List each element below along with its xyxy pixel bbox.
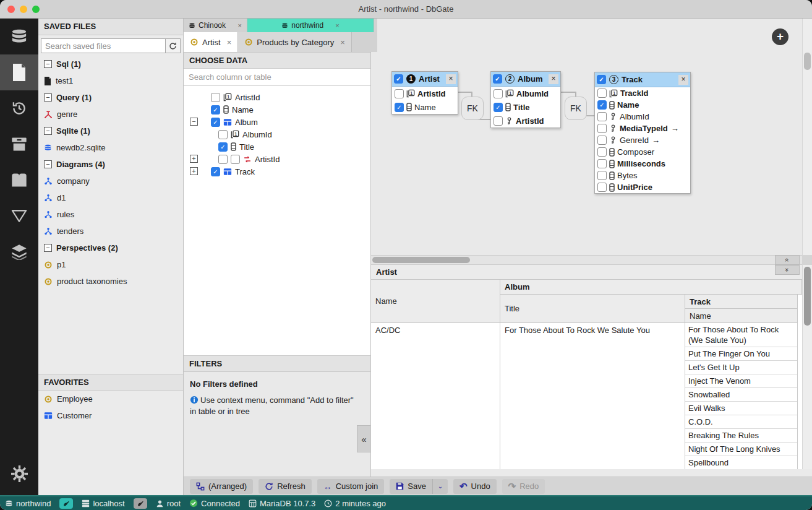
saved-file-item[interactable]: p1	[38, 256, 183, 273]
checkbox[interactable]	[597, 136, 607, 145]
close-icon[interactable]: ×	[549, 74, 558, 84]
designer-table-header[interactable]: ✓1Artist×	[392, 72, 458, 87]
grid-header-track-name[interactable]: Name	[685, 309, 798, 323]
saved-file-item[interactable]: tenders	[38, 223, 183, 240]
saved-file-item[interactable]: newdb2.sqlite	[38, 139, 183, 156]
sidebar-item-layers[interactable]	[0, 234, 38, 270]
grid-header-album-group[interactable]: Album	[500, 280, 802, 295]
checkbox[interactable]: ✓	[211, 118, 220, 127]
designer-column-row[interactable]: AlbumId	[595, 111, 690, 123]
grid-header-track-group[interactable]: Track	[685, 295, 798, 309]
tab-file-artist[interactable]: Artist ×	[184, 32, 238, 52]
arranged-button[interactable]: (Arranged)	[190, 479, 253, 494]
grid-cell-artist-name[interactable]: AC/DC	[371, 323, 500, 469]
chevron-down-icon[interactable]: ⌄	[432, 479, 448, 494]
collapse-panel-button[interactable]: «	[357, 425, 370, 452]
collapse-icon[interactable]: −	[44, 93, 52, 102]
canvas-vertical-scrollbar[interactable]	[802, 19, 812, 255]
checkbox[interactable]: ✓	[394, 74, 403, 84]
saved-file-item[interactable]: rules	[38, 206, 183, 223]
designer-column-row[interactable]: GenreId→	[595, 134, 690, 146]
designer-table-header[interactable]: ✓3Track×	[595, 72, 690, 87]
checkbox[interactable]: ✓	[494, 103, 503, 112]
checkbox[interactable]	[597, 147, 607, 157]
designer-table-header[interactable]: ✓2Album×	[491, 72, 560, 87]
sidebar-item-settings[interactable]	[0, 456, 38, 491]
choose-data-row[interactable]: ✓Name	[184, 103, 370, 116]
grid-header-album-title[interactable]: Title	[500, 295, 685, 323]
collapse-icon[interactable]: −	[44, 244, 52, 252]
designer-column-row[interactable]: ✓Title	[491, 100, 560, 114]
column-search-input[interactable]	[184, 69, 370, 86]
fk-badge[interactable]: FK	[565, 97, 587, 120]
grid-cell-track-name[interactable]: Snowballed	[685, 388, 797, 402]
checkbox[interactable]	[395, 89, 404, 98]
designer-column-row[interactable]: ✓Name	[595, 99, 690, 111]
choose-data-row[interactable]: ✓Title	[184, 140, 370, 153]
grid-cell-track-name[interactable]: Evil Walks	[685, 402, 797, 415]
scroll-up-button[interactable]: «	[775, 255, 800, 265]
grid-cell-track-name[interactable]: Put The Finger On You	[685, 347, 797, 361]
checkbox[interactable]	[597, 124, 607, 133]
checkbox[interactable]	[597, 112, 607, 121]
grid-cell-album-title[interactable]: For Those About To Rock We Salute You	[500, 323, 685, 469]
saved-files-group[interactable]: −Sqlite (1)	[38, 123, 183, 139]
saved-files-group[interactable]: −Query (1)	[38, 89, 183, 106]
close-icon[interactable]: ×	[227, 38, 232, 47]
checkbox[interactable]	[494, 89, 503, 98]
expand-icon[interactable]: +	[190, 155, 198, 163]
checkbox[interactable]	[231, 155, 240, 164]
choose-data-row[interactable]: +✓Track	[184, 165, 370, 178]
saved-files-group[interactable]: −Sql (1)	[38, 56, 183, 72]
designer-column-row[interactable]: 1TrackId	[595, 87, 690, 99]
scrollbar-thumb[interactable]	[804, 53, 811, 70]
grid-cell-track-name[interactable]: Breaking The Rules	[685, 429, 797, 443]
checkbox[interactable]: ✓	[211, 167, 220, 176]
saved-file-item[interactable]: genre	[38, 106, 183, 123]
checkbox[interactable]	[597, 159, 607, 168]
close-icon[interactable]: ×	[446, 74, 456, 84]
designer-table-artist[interactable]: ✓1Artist×1ArtistId✓Name	[391, 71, 458, 115]
close-icon[interactable]: ×	[678, 75, 688, 85]
sidebar-item-filter[interactable]	[0, 198, 38, 234]
tab-file-products-by-category[interactable]: Products by Category ×	[238, 32, 352, 52]
scroll-down-button[interactable]: »	[775, 265, 800, 275]
undo-button[interactable]: ↶Undo	[453, 479, 497, 494]
scrollbar-thumb[interactable]	[372, 257, 470, 263]
grid-cell-track-name[interactable]: For Those About To Rock (We Salute You)	[685, 323, 797, 347]
saved-files-group[interactable]: −Perspectives (2)	[38, 240, 183, 256]
designer-table-album[interactable]: ✓2Album×1AlbumId✓TitleArtistId	[490, 71, 561, 128]
save-button[interactable]: Save	[390, 479, 432, 494]
zoom-in-button[interactable]: +	[772, 28, 788, 45]
canvas-horizontal-scrollbar[interactable]	[371, 255, 802, 265]
checkbox[interactable]	[597, 89, 607, 98]
grid-cell-track-name[interactable]: Night Of The Long Knives	[685, 443, 797, 456]
designer-canvas[interactable]: + ✓1Artist×1ArtistId✓Name ✓2Album×1Album…	[371, 19, 802, 255]
collapse-icon[interactable]: −	[44, 127, 52, 135]
saved-file-item[interactable]: d1	[38, 189, 183, 206]
designer-column-row[interactable]: Composer	[595, 146, 690, 158]
favorite-item[interactable]: Customer	[38, 407, 183, 424]
collapse-icon[interactable]: −	[190, 118, 198, 126]
saved-files-search-input[interactable]	[41, 38, 166, 53]
designer-column-row[interactable]: Bytes	[595, 170, 690, 181]
designer-column-row[interactable]: 1AlbumId	[491, 87, 560, 100]
choose-data-row[interactable]: −✓Album	[184, 116, 370, 128]
scrollbar-thumb[interactable]	[804, 267, 811, 326]
designer-column-row[interactable]: 1ArtistId	[392, 87, 458, 100]
designer-column-row[interactable]: ArtistId	[491, 114, 560, 127]
refresh-button[interactable]: Refresh	[259, 479, 312, 494]
designer-column-row[interactable]: Milliseconds	[595, 158, 690, 170]
choose-data-row[interactable]: 1AlbumId	[184, 128, 370, 140]
checkbox[interactable]	[597, 183, 607, 192]
designer-column-row[interactable]: ✓Name	[392, 100, 458, 114]
tab-database-chinook[interactable]: Chinook ×	[184, 19, 247, 32]
grid-cell-track-name[interactable]: Inject The Venom	[685, 374, 797, 388]
saved-file-item[interactable]: company	[38, 173, 183, 189]
checkbox[interactable]: ✓	[395, 103, 404, 112]
grid-vertical-scrollbar[interactable]	[802, 265, 812, 469]
collapse-icon[interactable]: −	[44, 160, 52, 168]
expand-icon[interactable]: +	[190, 167, 198, 175]
checkbox[interactable]	[218, 130, 228, 139]
grid-cell-track-name[interactable]: Let's Get It Up	[685, 361, 797, 374]
